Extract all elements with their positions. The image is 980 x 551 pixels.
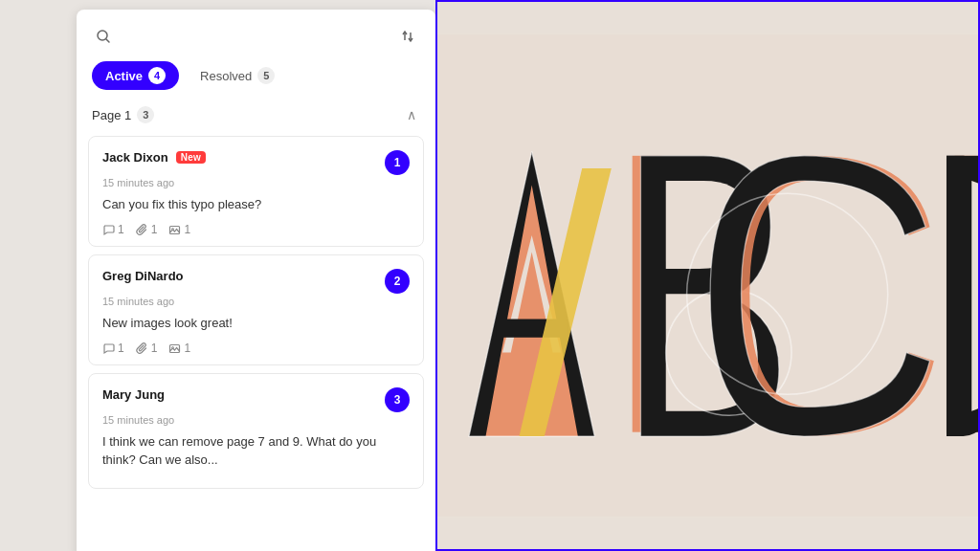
attachment-icon-2 xyxy=(136,342,148,355)
images-count-2: 1 xyxy=(184,342,190,355)
comment-author-2: Greg DiNardo xyxy=(102,269,184,283)
comment-text-3: I think we can remove page 7 and 9. What… xyxy=(102,433,410,468)
comment-replies-1: 1 xyxy=(102,223,124,236)
comment-meta-2: 1 1 1 xyxy=(102,342,410,355)
comment-replies-2: 1 xyxy=(102,342,124,355)
image-icon xyxy=(168,224,181,236)
comment-images-1: 1 xyxy=(168,223,190,236)
canvas-content xyxy=(435,0,980,551)
comments-list: Jack Dixon New 1 15 minutes ago Can you … xyxy=(77,132,435,551)
comment-number-1: 1 xyxy=(385,150,410,175)
comment-author-row-3: Mary Jung xyxy=(102,387,165,402)
attachments-count-2: 1 xyxy=(151,342,158,355)
attachment-icon xyxy=(136,224,148,236)
replies-count-2: 1 xyxy=(118,342,124,355)
comment-number-3: 3 xyxy=(385,387,410,412)
comment-author-row-2: Greg DiNardo xyxy=(102,269,184,283)
attachments-count-1: 1 xyxy=(151,223,158,236)
comment-images-2: 1 xyxy=(168,342,190,355)
comment-time-2: 15 minutes ago xyxy=(102,296,410,307)
comment-author-1: Jack Dixon xyxy=(102,150,168,165)
comment-attachments-2: 1 xyxy=(136,342,158,355)
comments-panel: Active 4 Resolved 5 Page 1 3 ∧ Jack Dixo… xyxy=(77,10,435,551)
page-count-badge: 3 xyxy=(137,106,154,123)
comment-card-2[interactable]: Greg DiNardo 2 15 minutes ago New images… xyxy=(88,254,424,365)
image-icon-2 xyxy=(168,342,181,355)
panel-header xyxy=(77,10,435,61)
comment-card-3[interactable]: Mary Jung 3 15 minutes ago I think we ca… xyxy=(88,373,424,488)
typography-art xyxy=(435,0,980,551)
comment-time-1: 15 minutes ago xyxy=(102,177,410,188)
resolved-tab-label: Resolved xyxy=(200,69,252,83)
canvas-area xyxy=(435,0,980,551)
comment-card-1[interactable]: Jack Dixon New 1 15 minutes ago Can you … xyxy=(88,136,424,247)
new-badge-1: New xyxy=(176,151,206,164)
active-tab[interactable]: Active 4 xyxy=(92,61,179,90)
images-count-1: 1 xyxy=(184,223,190,236)
svg-line-1 xyxy=(106,39,109,42)
comment-text-2: New images look great! xyxy=(102,315,410,332)
resolved-tab[interactable]: Resolved 5 xyxy=(187,61,288,90)
comment-text-1: Can you fix this typo please? xyxy=(102,196,410,213)
resolved-tab-badge: 5 xyxy=(257,67,275,84)
comment-meta-1: 1 1 1 xyxy=(102,223,410,236)
tabs-row: Active 4 Resolved 5 xyxy=(77,61,435,101)
comment-author-row-1: Jack Dixon New xyxy=(102,150,206,165)
sort-button[interactable] xyxy=(397,25,420,52)
page-label: Page 1 3 xyxy=(92,106,154,123)
collapse-button[interactable]: ∧ xyxy=(403,105,420,124)
comment-time-3: 15 minutes ago xyxy=(102,414,410,426)
replies-count-1: 1 xyxy=(118,223,124,236)
comment-attachments-1: 1 xyxy=(136,223,158,236)
comment-author-3: Mary Jung xyxy=(102,387,165,402)
comment-top-row-2: Greg DiNardo 2 xyxy=(102,269,410,294)
active-tab-badge: 4 xyxy=(148,67,166,84)
chat-icon-2 xyxy=(102,342,115,355)
comment-number-2: 2 xyxy=(385,269,410,294)
search-button[interactable] xyxy=(92,25,115,52)
chat-icon xyxy=(102,224,115,236)
comment-top-row-3: Mary Jung 3 xyxy=(102,387,410,412)
page-label-text: Page 1 xyxy=(92,108,131,122)
page-header: Page 1 3 ∧ xyxy=(77,101,435,132)
active-tab-label: Active xyxy=(105,69,143,83)
comment-top-row-1: Jack Dixon New 1 xyxy=(102,150,410,175)
